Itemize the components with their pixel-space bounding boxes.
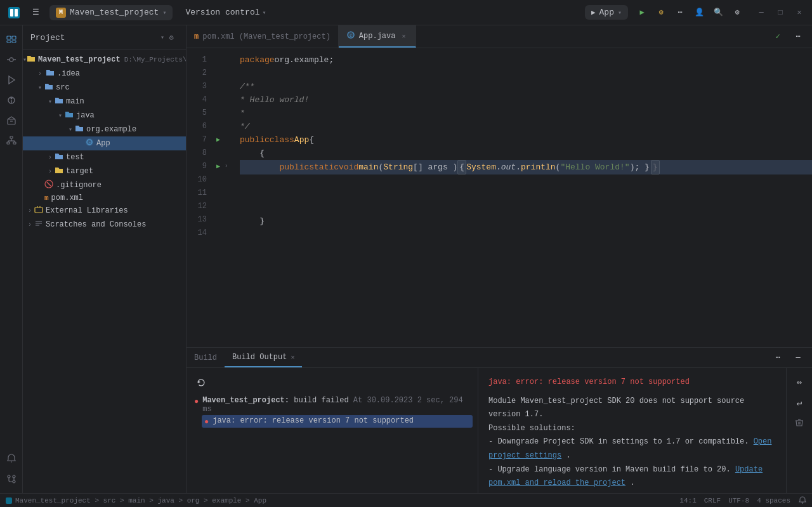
tree-item-ext-libs[interactable]: › External Libraries [23,204,186,218]
settings-button[interactable]: ⚙ [728,4,746,22]
tab-app[interactable]: c App.java ✕ [339,25,417,48]
output-spacer [488,390,776,395]
tree-label-org: org.example [86,125,136,134]
build-error-icon-item: ● [204,418,209,426]
svg-rect-34 [35,207,43,213]
run-config-selector[interactable]: ▶ App ▾ [585,5,628,20]
sidebar-icon-commit[interactable] [3,51,20,69]
code-content[interactable]: package org.example; /** * Hello world! … [235,48,812,347]
window-controls: — □ ✕ [754,5,807,20]
code-line-1: package org.example; [240,53,812,67]
status-notifications-icon[interactable] [798,496,807,505]
scratches-icon [34,219,43,230]
tree-item-src[interactable]: ▾ src [23,81,186,95]
build-output-text: java: error: release version 7 not suppo… [478,368,786,493]
clear-output-button[interactable] [790,414,808,431]
tree-arrow-scratches: › [25,221,34,228]
tab-close-app[interactable]: ✕ [399,32,408,41]
line-numbers: 1 2 3 4 5 6 7 8 9 10 11 12 13 14 [187,48,212,347]
sidebar-icon-git[interactable] [3,470,20,488]
tab-options-button[interactable]: ⋯ [789,28,807,46]
svg-rect-6 [12,41,16,43]
maximize-button[interactable]: □ [773,5,788,20]
status-maven-icon [5,497,13,504]
menu-icon[interactable]: ☰ [27,4,44,22]
build-item-project[interactable]: ● Maven_test_project: build failed At 30… [192,395,473,415]
gitignore-icon [44,180,53,191]
tree-item-app[interactable]: c App [23,136,186,150]
svg-point-7 [10,58,13,62]
run-gutter-9[interactable]: ▶ [212,160,225,173]
tree-item-scratches[interactable]: › Scratches and Consoles [23,218,186,232]
tree-item-root[interactable]: ▾ Maven_test_project D:\My_Projects\Mave… [23,53,186,67]
bottom-more-actions[interactable]: ⋯ [769,349,787,367]
code-line-10 [240,174,812,188]
status-encoding[interactable]: UTF-8 [728,497,749,504]
tab-pom[interactable]: m pom.xml (Maven_test_project) [187,25,339,48]
close-button[interactable]: ✕ [792,5,807,20]
folder-icon-idea [46,68,55,79]
status-line-sep[interactable]: CRLF [704,497,721,504]
fold-9[interactable]: › [225,160,235,173]
sidebar-icon-packages[interactable] [3,112,20,129]
run-button[interactable]: ▶ [633,4,651,22]
tree-item-idea[interactable]: › .idea [23,67,186,81]
sidebar-icon-run[interactable] [3,71,20,89]
tree-label-main: main [66,97,84,106]
tree-item-pom[interactable]: m pom.xml [23,192,186,204]
editor-code-area[interactable]: 1 2 3 4 5 6 7 8 9 10 11 12 13 14 [187,48,812,347]
fold-7 [225,133,235,147]
folder-icon-src [44,82,53,93]
expand-lines-button[interactable]: ⇔ [790,373,808,391]
code-line-5: * [240,107,812,120]
bottom-tab-build-output[interactable]: Build Output ✕ [225,348,302,367]
check-mark-icon: ✓ [769,28,787,46]
bottom-tab-close-icon[interactable]: ✕ [291,353,294,361]
tree-arrow-target: › [46,168,55,175]
status-indent[interactable]: 4 spaces [757,497,790,504]
status-position[interactable]: 14:1 [679,497,696,504]
status-position-text: 14:1 [679,497,696,504]
tree-label-java: java [76,111,95,120]
sidebar-icon-debug[interactable] [3,91,20,109]
run-gutter-7[interactable]: ▶ [212,133,225,147]
project-panel-header: Project ▾ ⚙ [23,25,186,50]
code-line-4: * Hello world! [240,93,812,107]
svg-rect-18 [13,142,16,144]
status-right-items: 14:1 CRLF UTF-8 4 spaces [679,496,807,505]
svg-rect-48 [6,497,12,504]
panel-header-icons: ⚙ [164,30,178,44]
build-rerun-button[interactable] [194,376,208,390]
bottom-tab-build[interactable]: Build [187,348,225,367]
project-selector[interactable]: M Maven_test_project ▾ [49,5,173,20]
search-everywhere-button[interactable]: 🔍 [709,4,727,22]
tree-item-org-example[interactable]: ▾ org.example [23,122,186,136]
fold-5 [225,107,235,120]
sidebar-icon-structure[interactable] [3,132,20,150]
tree-item-java[interactable]: ▾ java [23,109,186,122]
tree-item-main[interactable]: ▾ main [23,95,186,109]
tree-arrow-java: ▾ [56,112,65,119]
tree-item-gitignore[interactable]: .gitignore [23,178,186,192]
vcs-selector[interactable]: Version control ▾ [180,5,271,20]
panel-settings-icon[interactable]: ⚙ [164,30,178,44]
status-breadcrumb[interactable]: Maven_test_project > src > main > java >… [5,497,266,504]
minimize-button[interactable]: — [754,5,769,20]
project-arrow: ▾ [162,9,166,16]
build-tree: ● Maven_test_project: build failed At 30… [187,368,478,493]
tree-arrow-idea: › [36,70,44,77]
tree-item-target[interactable]: › target [23,164,186,178]
sidebar-icon-project[interactable] [3,30,20,48]
code-line-12 [240,201,812,214]
soft-wrap-button[interactable]: ↵ [790,393,808,411]
code-line-2 [240,67,812,80]
users-button[interactable]: 👤 [690,4,708,22]
debug-button[interactable]: ⚙ [652,4,670,22]
bottom-minimize-action[interactable]: — [789,349,807,367]
tree-label-idea: .idea [57,69,80,78]
tree-item-test[interactable]: › test [23,150,186,164]
sidebar-icon-notifications[interactable] [3,450,20,468]
more-actions-button[interactable]: ⋯ [671,4,689,22]
bell-icon [798,496,807,505]
build-item-error[interactable]: ● java: error: release version 7 not sup… [202,415,473,428]
